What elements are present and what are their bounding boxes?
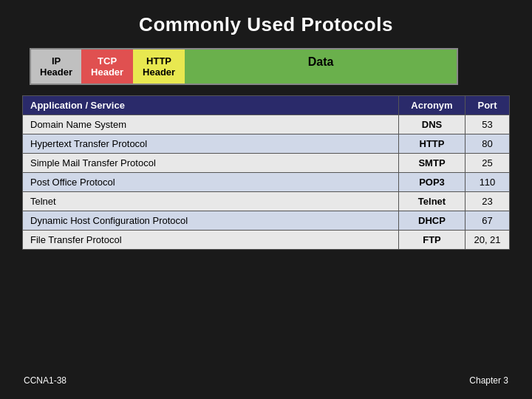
data-cell: Data [185, 48, 458, 85]
footer-right: Chapter 3 [469, 375, 508, 386]
protocols-table-container: Application / Service Acronym Port Domai… [22, 95, 510, 369]
header-port: Port [466, 96, 510, 115]
acronym-cell: HTTP [399, 134, 466, 154]
acronym-cell: DHCP [399, 211, 466, 231]
service-cell: File Transfer Protocol [23, 231, 399, 250]
port-cell: 110 [466, 173, 510, 192]
service-cell: Telnet [23, 192, 399, 211]
header-service: Application / Service [23, 96, 399, 115]
table-row: Simple Mail Transfer ProtocolSMTP25 [23, 154, 510, 173]
service-cell: Post Office Protocol [23, 173, 399, 192]
port-cell: 20, 21 [466, 231, 510, 250]
ip-header-cell: IPHeader [30, 48, 81, 85]
service-cell: Domain Name System [23, 115, 399, 134]
acronym-cell: FTP [399, 231, 466, 250]
service-cell: Simple Mail Transfer Protocol [23, 154, 399, 173]
port-cell: 25 [466, 154, 510, 173]
table-row: Hypertext Transfer ProtocolHTTP80 [23, 134, 510, 154]
packet-diagram: IPHeader TCPHeader HTTPHeader Data [30, 48, 458, 85]
port-cell: 23 [466, 192, 510, 211]
table-row: Domain Name SystemDNS53 [23, 115, 510, 134]
service-cell: Hypertext Transfer Protocol [23, 134, 399, 154]
acronym-cell: DNS [399, 115, 466, 134]
tcp-header-cell: TCPHeader [81, 48, 133, 85]
slide-title: Commonly Used Protocols [22, 13, 510, 36]
service-cell: Dynamic Host Configuration Protocol [23, 211, 399, 231]
slide: Commonly Used Protocols IPHeader TCPHead… [0, 0, 532, 399]
port-cell: 53 [466, 115, 510, 134]
acronym-cell: POP3 [399, 173, 466, 192]
acronym-cell: SMTP [399, 154, 466, 173]
http-header-cell: HTTPHeader [133, 48, 185, 85]
table-row: Dynamic Host Configuration ProtocolDHCP6… [23, 211, 510, 231]
footer-left: CCNA1-38 [24, 375, 66, 386]
table-row: File Transfer ProtocolFTP20, 21 [23, 231, 510, 250]
table-row: Post Office ProtocolPOP3110 [23, 173, 510, 192]
port-cell: 80 [466, 134, 510, 154]
table-row: TelnetTelnet23 [23, 192, 510, 211]
footer: CCNA1-38 Chapter 3 [22, 375, 510, 386]
acronym-cell: Telnet [399, 192, 466, 211]
port-cell: 67 [466, 211, 510, 231]
header-acronym: Acronym [399, 96, 466, 115]
protocols-table: Application / Service Acronym Port Domai… [22, 95, 510, 250]
